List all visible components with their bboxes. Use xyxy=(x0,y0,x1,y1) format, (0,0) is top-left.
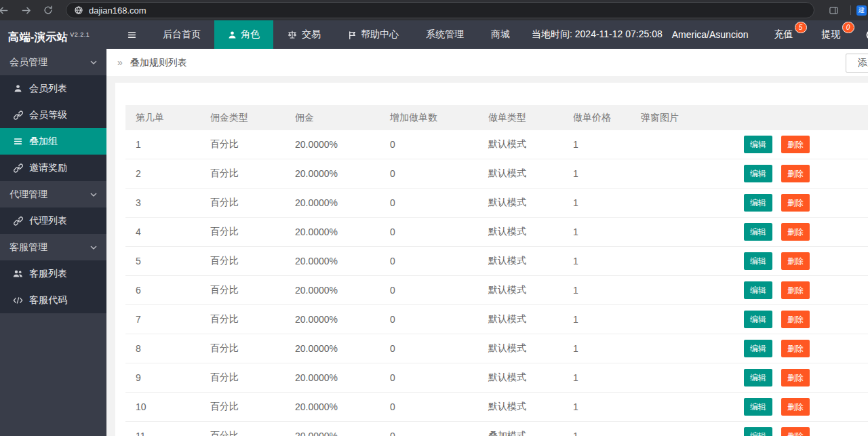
cell-order-price: 1 xyxy=(563,247,631,276)
edit-button[interactable]: 编辑 xyxy=(744,136,772,153)
site-info-globe-icon[interactable] xyxy=(74,5,83,15)
chevron-down-icon xyxy=(90,58,98,66)
edit-button[interactable]: 编辑 xyxy=(744,311,772,328)
cell-add-orders: 0 xyxy=(380,305,478,334)
cell-actions: 编辑删除 xyxy=(736,305,868,334)
cell-commission: 20.0000% xyxy=(285,276,380,305)
cell-popup-image xyxy=(631,393,736,422)
browser-back-icon[interactable] xyxy=(0,5,15,16)
delete-button[interactable]: 删除 xyxy=(781,369,810,387)
edit-button[interactable]: 编辑 xyxy=(744,369,772,387)
app-title: 高端-演示站 xyxy=(8,31,68,43)
delete-button[interactable]: 删除 xyxy=(781,340,810,357)
cell-no: 11 xyxy=(125,422,200,436)
cell-popup-image xyxy=(631,276,736,305)
edit-button[interactable]: 编辑 xyxy=(744,194,772,212)
edit-button[interactable]: 编辑 xyxy=(744,165,772,182)
screen: dajian168.com 建 高端-演示站V2.2.1 后台首页角色交易帮助中… xyxy=(0,0,868,436)
edit-button[interactable]: 编辑 xyxy=(744,252,772,270)
top-menu-item-trade[interactable]: 交易 xyxy=(273,20,334,49)
cell-order-mode: 默认模式 xyxy=(478,363,563,393)
timezone-label: America/Asuncion xyxy=(667,29,764,40)
delete-button[interactable]: 删除 xyxy=(781,281,810,299)
address-bar[interactable]: dajian168.com xyxy=(66,2,814,18)
extension-icon[interactable]: 建 xyxy=(856,5,867,16)
cell-add-orders: 0 xyxy=(380,422,478,436)
flag-icon xyxy=(348,31,357,39)
sidebar-item-invite-reward[interactable]: 邀请奖励 xyxy=(0,155,106,181)
column-header: 弹窗图片 xyxy=(631,105,736,130)
edit-button[interactable]: 编辑 xyxy=(744,340,772,357)
cell-add-orders: 0 xyxy=(380,334,478,363)
top-menu-item-home[interactable]: 后台首页 xyxy=(149,20,214,49)
cell-actions: 编辑删除 xyxy=(736,276,868,305)
top-menu-label: 角色 xyxy=(241,28,260,41)
recharge-label: 充值 xyxy=(774,28,793,39)
top-menu-item-role[interactable]: 角色 xyxy=(214,20,273,49)
cell-commission-type: 百分比 xyxy=(200,247,285,276)
link-icon xyxy=(13,163,23,173)
cell-order-price: 1 xyxy=(563,305,631,334)
delete-button[interactable]: 删除 xyxy=(781,427,810,436)
page-title: 叠加规则列表 xyxy=(130,57,187,68)
side-panel-icon[interactable] xyxy=(823,5,845,16)
sidebar-item-member-management[interactable]: 会员管理 xyxy=(0,49,106,75)
sidebar-item-stack-group[interactable]: 叠加组 xyxy=(0,128,106,155)
edit-button[interactable]: 编辑 xyxy=(744,427,772,436)
cell-add-orders: 0 xyxy=(380,189,478,218)
delete-button[interactable]: 删除 xyxy=(781,194,810,212)
cell-order-price: 1 xyxy=(563,393,631,422)
table-row: 8百分比20.0000%0默认模式1编辑删除 xyxy=(125,334,868,363)
code-icon xyxy=(13,296,23,304)
sidebar-item-agent-management[interactable]: 代理管理 xyxy=(0,181,106,207)
cell-commission: 20.0000% xyxy=(285,130,380,159)
url-text[interactable]: dajian168.com xyxy=(89,5,146,16)
edit-button[interactable]: 编辑 xyxy=(744,223,772,241)
cell-no: 6 xyxy=(125,276,200,305)
top-menu-item-help[interactable]: 帮助中心 xyxy=(334,20,412,49)
top-menu-item-mall[interactable]: 商城 xyxy=(477,20,524,49)
cell-popup-image xyxy=(631,334,736,363)
cell-popup-image xyxy=(631,159,736,189)
sidebar-item-label: 邀请奖励 xyxy=(29,162,67,174)
cell-popup-image xyxy=(631,363,736,393)
refresh-icon[interactable] xyxy=(859,29,868,41)
cell-order-mode: 默认模式 xyxy=(478,276,563,305)
link-icon xyxy=(13,111,23,120)
delete-button[interactable]: 删除 xyxy=(781,165,810,182)
cell-no: 7 xyxy=(125,305,200,334)
browser-reload-icon[interactable] xyxy=(37,5,59,15)
sidebar-item-service-code[interactable]: 客服代码 xyxy=(0,287,106,313)
sidebar-item-member-level[interactable]: 会员等级 xyxy=(0,102,106,128)
top-menu-label: 后台首页 xyxy=(163,28,201,41)
cell-popup-image xyxy=(631,130,736,159)
collapse-sidebar-icon[interactable] xyxy=(115,20,149,49)
cell-order-price: 1 xyxy=(563,159,631,189)
cell-order-price: 1 xyxy=(563,189,631,218)
sidebar-item-service-management[interactable]: 客服管理 xyxy=(0,234,106,260)
delete-button[interactable]: 删除 xyxy=(781,252,810,270)
add-button[interactable]: 添加 xyxy=(846,54,868,73)
delete-button[interactable]: 删除 xyxy=(781,136,810,153)
cell-no: 9 xyxy=(125,363,200,393)
withdraw-link[interactable]: 提现 0 xyxy=(815,28,848,41)
cell-commission: 20.0000% xyxy=(285,363,380,393)
top-menu-item-system[interactable]: 系统管理 xyxy=(412,20,477,49)
browser-forward-icon[interactable] xyxy=(15,5,37,16)
cell-order-mode: 默认模式 xyxy=(478,247,563,276)
edit-button[interactable]: 编辑 xyxy=(744,281,772,299)
cell-commission-type: 百分比 xyxy=(200,189,285,218)
topnav-right: 当地时间: 2024-11-12 07:25:08 America/Asunci… xyxy=(524,20,868,49)
sidebar-item-member-list[interactable]: 会员列表 xyxy=(0,75,106,102)
cell-commission-type: 百分比 xyxy=(200,305,285,334)
recharge-link[interactable]: 充值 5 xyxy=(768,28,800,41)
delete-button[interactable]: 删除 xyxy=(781,223,810,241)
delete-button[interactable]: 删除 xyxy=(781,398,810,416)
sidebar-item-service-list[interactable]: 客服列表 xyxy=(0,260,106,287)
sidebar-item-agent-list[interactable]: 代理列表 xyxy=(0,207,106,234)
delete-button[interactable]: 删除 xyxy=(781,311,810,328)
edit-button[interactable]: 编辑 xyxy=(744,398,772,416)
cell-commission: 20.0000% xyxy=(285,422,380,436)
cell-add-orders: 0 xyxy=(380,276,478,305)
person-icon xyxy=(228,31,237,39)
